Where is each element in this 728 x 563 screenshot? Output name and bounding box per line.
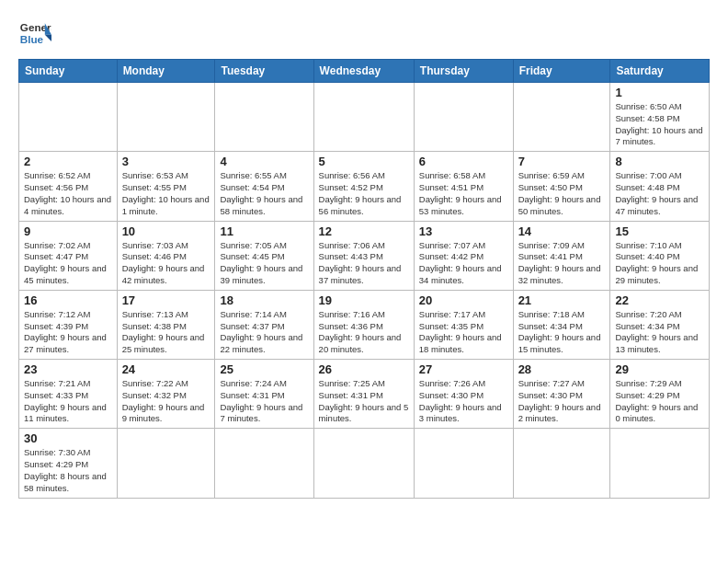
day-number: 13: [419, 224, 508, 238]
day-cell: [610, 429, 710, 498]
day-info: Sunrise: 6:55 AM Sunset: 4:54 PM Dayligh…: [220, 170, 308, 217]
day-info: Sunrise: 7:29 AM Sunset: 4:29 PM Dayligh…: [615, 378, 704, 425]
day-number: 17: [122, 293, 210, 307]
day-number: 12: [319, 224, 409, 238]
day-cell: 30Sunrise: 7:30 AM Sunset: 4:29 PM Dayli…: [19, 429, 118, 498]
day-info: Sunrise: 6:50 AM Sunset: 4:58 PM Dayligh…: [615, 101, 704, 148]
day-number: 25: [220, 362, 308, 376]
day-info: Sunrise: 7:03 AM Sunset: 4:46 PM Dayligh…: [122, 240, 210, 287]
day-number: 29: [615, 362, 704, 376]
day-info: Sunrise: 6:52 AM Sunset: 4:56 PM Dayligh…: [24, 170, 112, 217]
day-number: 10: [122, 224, 210, 238]
day-info: Sunrise: 7:21 AM Sunset: 4:33 PM Dayligh…: [24, 378, 112, 425]
day-cell: 3Sunrise: 6:53 AM Sunset: 4:55 PM Daylig…: [117, 152, 215, 221]
day-cell: 14Sunrise: 7:09 AM Sunset: 4:41 PM Dayli…: [513, 221, 610, 290]
day-cell: [215, 83, 313, 152]
day-cell: 13Sunrise: 7:07 AM Sunset: 4:42 PM Dayli…: [414, 221, 513, 290]
day-info: Sunrise: 7:14 AM Sunset: 4:37 PM Dayligh…: [220, 309, 308, 356]
day-cell: [313, 429, 414, 498]
day-cell: [19, 83, 118, 152]
day-info: Sunrise: 6:59 AM Sunset: 4:50 PM Dayligh…: [518, 170, 606, 217]
day-number: 23: [24, 362, 112, 376]
day-info: Sunrise: 6:56 AM Sunset: 4:52 PM Dayligh…: [319, 170, 409, 217]
day-info: Sunrise: 7:10 AM Sunset: 4:40 PM Dayligh…: [615, 240, 704, 287]
day-number: 3: [122, 155, 210, 168]
day-number: 24: [122, 362, 210, 376]
day-info: Sunrise: 7:20 AM Sunset: 4:34 PM Dayligh…: [615, 309, 704, 356]
day-number: 7: [518, 155, 606, 168]
day-cell: 24Sunrise: 7:22 AM Sunset: 4:32 PM Dayli…: [117, 360, 215, 429]
day-cell: 27Sunrise: 7:26 AM Sunset: 4:30 PM Dayli…: [414, 360, 513, 429]
weekday-thursday: Thursday: [414, 60, 513, 83]
day-info: Sunrise: 7:30 AM Sunset: 4:29 PM Dayligh…: [24, 447, 112, 494]
day-cell: 23Sunrise: 7:21 AM Sunset: 4:33 PM Dayli…: [19, 360, 118, 429]
day-cell: 26Sunrise: 7:25 AM Sunset: 4:31 PM Dayli…: [313, 360, 414, 429]
day-cell: 2Sunrise: 6:52 AM Sunset: 4:56 PM Daylig…: [19, 152, 118, 221]
week-row-1: 1Sunrise: 6:50 AM Sunset: 4:58 PM Daylig…: [19, 83, 710, 152]
day-cell: 1Sunrise: 6:50 AM Sunset: 4:58 PM Daylig…: [610, 83, 710, 152]
day-number: 14: [518, 224, 606, 238]
day-number: 11: [220, 224, 308, 238]
header: General Blue: [18, 17, 710, 50]
weekday-tuesday: Tuesday: [215, 60, 313, 83]
day-cell: 12Sunrise: 7:06 AM Sunset: 4:43 PM Dayli…: [313, 221, 414, 290]
week-row-5: 23Sunrise: 7:21 AM Sunset: 4:33 PM Dayli…: [19, 360, 710, 429]
day-number: 15: [615, 224, 704, 238]
day-number: 20: [419, 293, 508, 307]
day-info: Sunrise: 7:02 AM Sunset: 4:47 PM Dayligh…: [24, 240, 112, 287]
day-cell: [117, 83, 215, 152]
week-row-2: 2Sunrise: 6:52 AM Sunset: 4:56 PM Daylig…: [19, 152, 710, 221]
day-number: 28: [518, 362, 606, 376]
day-number: 26: [319, 362, 409, 376]
day-cell: 22Sunrise: 7:20 AM Sunset: 4:34 PM Dayli…: [610, 290, 710, 359]
day-info: Sunrise: 7:00 AM Sunset: 4:48 PM Dayligh…: [615, 170, 704, 217]
day-number: 18: [220, 293, 308, 307]
day-number: 5: [319, 155, 409, 168]
day-cell: 15Sunrise: 7:10 AM Sunset: 4:40 PM Dayli…: [610, 221, 710, 290]
day-cell: 29Sunrise: 7:29 AM Sunset: 4:29 PM Dayli…: [610, 360, 710, 429]
day-info: Sunrise: 7:25 AM Sunset: 4:31 PM Dayligh…: [319, 378, 409, 425]
weekday-monday: Monday: [117, 60, 215, 83]
day-cell: [414, 83, 513, 152]
day-cell: [414, 429, 513, 498]
day-info: Sunrise: 7:18 AM Sunset: 4:34 PM Dayligh…: [518, 309, 606, 356]
day-cell: [215, 429, 313, 498]
day-number: 4: [220, 155, 308, 168]
weekday-header-row: SundayMondayTuesdayWednesdayThursdayFrid…: [19, 60, 710, 83]
day-cell: 19Sunrise: 7:16 AM Sunset: 4:36 PM Dayli…: [313, 290, 414, 359]
day-info: Sunrise: 7:17 AM Sunset: 4:35 PM Dayligh…: [419, 309, 508, 356]
day-cell: 6Sunrise: 6:58 AM Sunset: 4:51 PM Daylig…: [414, 152, 513, 221]
day-cell: 21Sunrise: 7:18 AM Sunset: 4:34 PM Dayli…: [513, 290, 610, 359]
day-number: 19: [319, 293, 409, 307]
day-number: 22: [615, 293, 704, 307]
weekday-saturday: Saturday: [610, 60, 710, 83]
svg-text:Blue: Blue: [20, 33, 44, 45]
day-cell: 10Sunrise: 7:03 AM Sunset: 4:46 PM Dayli…: [117, 221, 215, 290]
day-cell: [313, 83, 414, 152]
day-info: Sunrise: 6:58 AM Sunset: 4:51 PM Dayligh…: [419, 170, 508, 217]
day-info: Sunrise: 7:26 AM Sunset: 4:30 PM Dayligh…: [419, 378, 508, 425]
day-number: 1: [615, 86, 704, 99]
day-cell: 28Sunrise: 7:27 AM Sunset: 4:30 PM Dayli…: [513, 360, 610, 429]
day-cell: [513, 429, 610, 498]
day-info: Sunrise: 7:06 AM Sunset: 4:43 PM Dayligh…: [319, 240, 409, 287]
day-cell: 4Sunrise: 6:55 AM Sunset: 4:54 PM Daylig…: [215, 152, 313, 221]
day-number: 30: [24, 431, 112, 445]
day-cell: 5Sunrise: 6:56 AM Sunset: 4:52 PM Daylig…: [313, 152, 414, 221]
day-info: Sunrise: 7:09 AM Sunset: 4:41 PM Dayligh…: [518, 240, 606, 287]
day-number: 9: [24, 224, 112, 238]
day-cell: 9Sunrise: 7:02 AM Sunset: 4:47 PM Daylig…: [19, 221, 118, 290]
day-cell: 17Sunrise: 7:13 AM Sunset: 4:38 PM Dayli…: [117, 290, 215, 359]
day-number: 21: [518, 293, 606, 307]
day-info: Sunrise: 7:13 AM Sunset: 4:38 PM Dayligh…: [122, 309, 210, 356]
day-info: Sunrise: 7:12 AM Sunset: 4:39 PM Dayligh…: [24, 309, 112, 356]
day-cell: 11Sunrise: 7:05 AM Sunset: 4:45 PM Dayli…: [215, 221, 313, 290]
week-row-4: 16Sunrise: 7:12 AM Sunset: 4:39 PM Dayli…: [19, 290, 710, 359]
day-cell: 7Sunrise: 6:59 AM Sunset: 4:50 PM Daylig…: [513, 152, 610, 221]
day-info: Sunrise: 7:27 AM Sunset: 4:30 PM Dayligh…: [518, 378, 606, 425]
day-info: Sunrise: 7:05 AM Sunset: 4:45 PM Dayligh…: [220, 240, 308, 287]
day-info: Sunrise: 6:53 AM Sunset: 4:55 PM Dayligh…: [122, 170, 210, 217]
logo-icon: General Blue: [18, 17, 51, 50]
day-cell: 20Sunrise: 7:17 AM Sunset: 4:35 PM Dayli…: [414, 290, 513, 359]
day-info: Sunrise: 7:16 AM Sunset: 4:36 PM Dayligh…: [319, 309, 409, 356]
